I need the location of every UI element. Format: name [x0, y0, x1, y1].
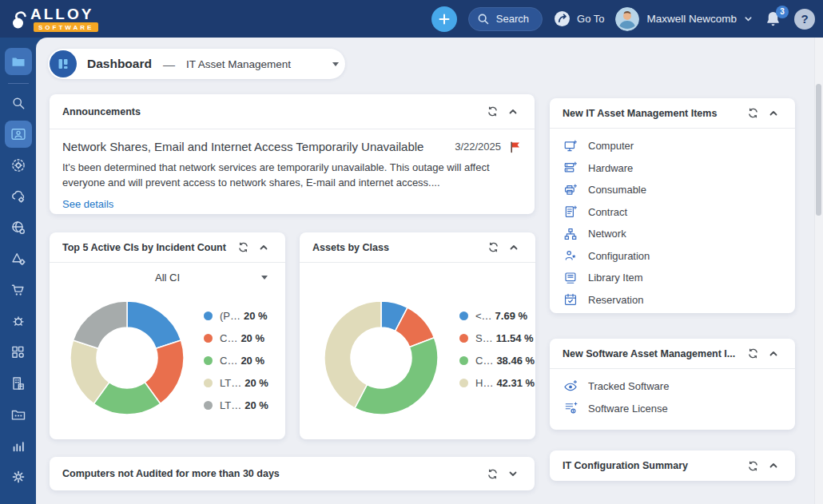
library-item-icon — [563, 271, 578, 285]
legend-value: 20 % — [241, 332, 264, 344]
panel-title: Computers not Audited for more than 30 d… — [62, 468, 482, 479]
legend-label: S… — [475, 332, 493, 344]
refresh-button[interactable] — [233, 237, 253, 258]
collapse-button[interactable] — [503, 237, 524, 258]
sidebar-item-pyramid-gear[interactable] — [0, 243, 36, 274]
title-separator: — — [163, 58, 175, 71]
sidebar-item-id-card[interactable] — [0, 118, 36, 149]
sidebar-item-building[interactable] — [0, 367, 36, 399]
alloy-logo[interactable]: ALLOY SOFTWARE — [10, 5, 105, 34]
search-button[interactable]: Search — [468, 7, 543, 31]
computers-not-audited-panel: Computers not Audited for more than 30 d… — [50, 457, 535, 490]
refresh-button[interactable] — [482, 463, 503, 484]
sidebar-item-folder[interactable] — [5, 48, 32, 75]
assets-by-class-panel: Assets by Class <…7.69 %S…11.54 %C…38.46… — [300, 232, 535, 439]
sidebar-item-scan-gear[interactable] — [0, 149, 36, 181]
scrollbar-thumb[interactable] — [816, 84, 821, 216]
list-item[interactable]: Contract — [550, 201, 795, 224]
collapse-button[interactable] — [763, 343, 784, 364]
legend-item: C…38.46 % — [459, 349, 535, 371]
main-content: Dashboard — IT Asset Management Announce… — [36, 38, 823, 504]
list-item[interactable]: Hardware — [550, 157, 795, 180]
pyramid-gear-icon — [10, 251, 26, 267]
contract-icon — [563, 204, 578, 219]
sidebar-item-cloud-gear[interactable] — [0, 181, 36, 212]
legend-value: 38.46 % — [496, 355, 535, 367]
announcement-headline[interactable]: Network Shares, Email and Internet Acces… — [62, 140, 455, 153]
scrollbar-track[interactable] — [814, 38, 823, 504]
legend-value: 20 % — [244, 310, 268, 322]
collapse-button[interactable] — [763, 455, 784, 476]
legend-item: H…42.31 % — [459, 371, 535, 394]
legend-label: LT… — [220, 399, 241, 411]
logo-subtitle: SOFTWARE — [34, 22, 98, 32]
sidebar-item-bug[interactable] — [0, 305, 36, 336]
legend-value: 20 % — [241, 355, 264, 367]
expand-button[interactable] — [503, 463, 523, 484]
panel-title: New IT Asset Management Items — [563, 108, 742, 119]
sidebar-item-gear[interactable] — [0, 461, 36, 492]
create-new-button[interactable] — [431, 6, 457, 32]
help-button[interactable]: ? — [794, 9, 815, 30]
top5-legend: (P…20 %C…20 %C…20 %LT…20 %LT…20 % — [204, 304, 268, 416]
list-item[interactable]: Library Item — [550, 267, 795, 289]
donut-slice — [73, 301, 127, 348]
refresh-button[interactable] — [483, 237, 503, 258]
dashboard-selector[interactable]: IT Asset Management — [186, 58, 339, 70]
legend-label: LT… — [220, 377, 241, 389]
list-item-label: Contract — [588, 206, 627, 218]
network-icon — [563, 227, 578, 241]
cart-icon — [10, 282, 26, 298]
list-item[interactable]: Computer — [550, 135, 795, 157]
list-item[interactable]: Configuration — [550, 245, 795, 268]
announcement-date: 3/22/2025 — [455, 141, 501, 153]
sidebar-item-tiles-gear[interactable] — [0, 336, 36, 367]
refresh-button[interactable] — [742, 103, 763, 124]
sidebar-divider — [8, 83, 29, 84]
collapse-button[interactable] — [763, 103, 784, 124]
user-menu[interactable]: Maxwell Newcomb — [615, 7, 753, 31]
sidebar-item-search[interactable] — [0, 87, 36, 118]
legend-value: 11.54 % — [496, 332, 534, 344]
legend-item: C…20 % — [204, 349, 268, 371]
refresh-button[interactable] — [742, 343, 763, 364]
collapse-button[interactable] — [253, 237, 274, 258]
goto-button[interactable]: Go To — [554, 10, 604, 27]
search-icon — [10, 95, 26, 111]
legend-label: (P… — [220, 310, 241, 322]
sidebar-item-bar-chart[interactable] — [0, 430, 36, 461]
announcements-panel: Announcements Network Shares, Email and … — [50, 94, 535, 214]
id-card-icon — [10, 126, 26, 142]
cloud-gear-icon — [10, 189, 26, 204]
chevron-down-icon — [332, 62, 339, 66]
list-item[interactable]: Network — [550, 223, 795, 245]
notifications-button[interactable]: 3 — [764, 9, 783, 30]
refresh-button[interactable] — [482, 101, 503, 122]
list-item[interactable]: Consumable — [550, 179, 795, 201]
legend-item: (P…20 % — [204, 304, 268, 327]
refresh-button[interactable] — [742, 455, 763, 476]
legend-swatch — [204, 334, 213, 343]
software-license-icon — [563, 401, 578, 415]
sidebar-item-folder-dots[interactable] — [0, 399, 36, 430]
panel-title: Top 5 Active CIs by Incident Count — [62, 242, 233, 253]
dashboard-selector-value: IT Asset Management — [186, 58, 291, 70]
chevron-down-icon — [744, 14, 753, 23]
consumable-icon — [563, 183, 578, 197]
ci-filter-select[interactable]: All CI — [50, 263, 285, 292]
sidebar-item-globe-gear[interactable] — [0, 212, 36, 243]
list-item-label: Consumable — [588, 184, 646, 196]
folder-dots-icon — [10, 407, 26, 423]
chevron-down-icon — [261, 276, 268, 280]
see-details-link[interactable]: See details — [62, 198, 113, 210]
panel-title: Assets by Class — [312, 242, 483, 253]
sidebar-item-cart[interactable] — [0, 274, 36, 305]
list-item[interactable]: Tracked Software — [550, 375, 795, 398]
flag-icon — [509, 141, 522, 153]
list-item[interactable]: Reservation — [550, 289, 795, 312]
list-item[interactable]: Software License — [550, 398, 795, 420]
collapse-button[interactable] — [503, 101, 523, 122]
legend-value: 42.31 % — [496, 377, 535, 389]
new-sam-panel: New Software Asset Management I... Track… — [550, 339, 795, 430]
legend-swatch — [204, 312, 213, 320]
